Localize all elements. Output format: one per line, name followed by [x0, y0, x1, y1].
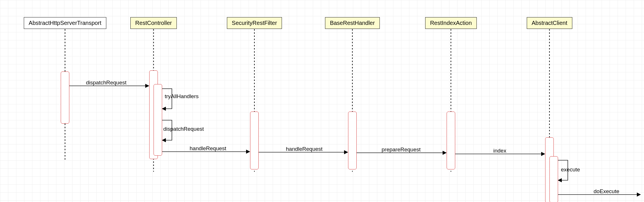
- message-try-all-handlers: tryAllHandlers: [165, 93, 199, 100]
- activation-p5: [447, 112, 455, 169]
- message-index: index: [493, 148, 506, 154]
- message-prepare-request: prepareRequest: [382, 146, 421, 153]
- message-do-execute: doExecute: [594, 188, 619, 195]
- participant-label: RestIndexAction: [430, 20, 472, 26]
- activation-p1: [61, 72, 69, 124]
- participant-label: BaseRestHandler: [330, 20, 375, 26]
- participant-security-rest-filter[interactable]: SecurityRestFilter: [227, 17, 282, 29]
- participant-label: AbstractHttpServerTransport: [29, 20, 101, 26]
- participant-abstract-client[interactable]: AbstractClient: [527, 17, 572, 29]
- message-handle-request-1: handleRequest: [190, 145, 226, 152]
- activation-p2-nested: [154, 84, 162, 156]
- message-dispatch-request-1: dispatchRequest: [86, 80, 127, 86]
- participant-label: AbstractClient: [532, 20, 568, 26]
- participant-label: RestController: [135, 20, 172, 26]
- activation-p6-nested: [549, 156, 558, 202]
- participant-abstract-http-server-transport[interactable]: AbstractHttpServerTransport: [24, 17, 106, 29]
- message-execute: execute: [561, 167, 580, 173]
- participant-base-rest-handler[interactable]: BaseRestHandler: [325, 17, 380, 29]
- activation-p4: [348, 112, 357, 169]
- participant-rest-index-action[interactable]: RestIndexAction: [425, 17, 477, 29]
- sequence-diagram: AbstractHttpServerTransport RestControll…: [0, 0, 644, 202]
- participant-rest-controller[interactable]: RestController: [130, 17, 177, 29]
- message-dispatch-request-2: dispatchRequest: [163, 126, 204, 132]
- message-handle-request-2: handleRequest: [286, 146, 323, 152]
- participant-label: SecurityRestFilter: [232, 20, 277, 26]
- activation-p3: [250, 112, 259, 169]
